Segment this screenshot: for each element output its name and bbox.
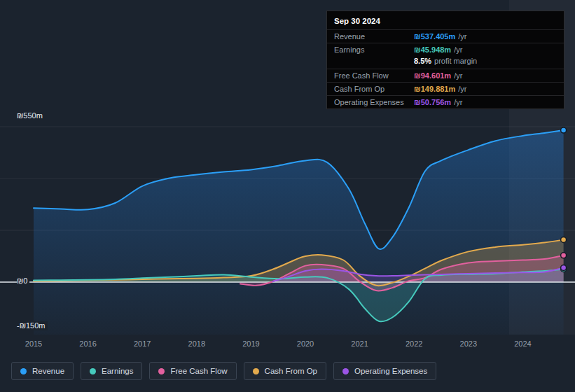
- per-year-suffix: /yr: [454, 46, 462, 54]
- legend-label-revenue: Revenue: [32, 367, 64, 375]
- earnings-revenue-history-panel: ₪550m ₪0 -₪150m 201520162017201820192020…: [0, 0, 575, 392]
- per-year-suffix: /yr: [458, 85, 466, 93]
- data-card-row-operating-expenses: Operating Expenses₪50.756m/yr: [327, 95, 564, 108]
- x-axis-label-2016: 2016: [79, 340, 96, 348]
- legend-label-cash-from-op: Cash From Op: [265, 367, 317, 375]
- x-axis-label-2018: 2018: [188, 340, 205, 348]
- x-axis-label-2017: 2017: [134, 340, 151, 348]
- x-axis-label-2020: 2020: [297, 340, 314, 348]
- legend-label-operating-expenses: Operating Expenses: [354, 367, 427, 375]
- data-card-label-earnings: Earnings: [334, 46, 414, 54]
- data-card-label-cash-from-op: Cash From Op: [334, 85, 414, 93]
- x-axis-label-2024: 2024: [514, 340, 531, 348]
- data-card-row-revenue: Revenue₪537.405m/yr: [327, 29, 564, 43]
- profit-margin-row: 8.5%profit margin: [327, 56, 564, 69]
- data-card-value-cash-from-op: ₪149.881m: [414, 85, 455, 93]
- y-axis-label-min: -₪150m: [17, 321, 48, 330]
- data-card-label-revenue: Revenue: [334, 32, 414, 41]
- profit-margin-value: 8.5%: [414, 57, 431, 65]
- free-cash-flow-endpoint-dot: [561, 253, 567, 258]
- operating-expenses-dot-icon: [342, 368, 349, 374]
- cash-from-op-dot-icon: [253, 368, 259, 374]
- legend-item-cash-from-op[interactable]: Cash From Op: [244, 362, 326, 380]
- data-card-row-cash-from-op: Cash From Op₪149.881m/yr: [327, 82, 564, 95]
- legend-label-earnings: Earnings: [102, 367, 133, 375]
- data-card-date: Sep 30 2024: [327, 11, 564, 29]
- per-year-suffix: /yr: [454, 71, 462, 80]
- data-card-rows: Revenue₪537.405m/yrEarnings₪45.948m/yr8.…: [327, 29, 564, 108]
- free-cash-flow-dot-icon: [158, 368, 165, 374]
- legend-item-earnings[interactable]: Earnings: [81, 362, 142, 380]
- x-axis-label-2021: 2021: [351, 340, 368, 348]
- x-axis-label-2022: 2022: [406, 340, 422, 348]
- data-card-value-free-cash-flow: ₪94.601m: [414, 71, 451, 80]
- data-card-label-free-cash-flow: Free Cash Flow: [334, 71, 414, 80]
- data-card: Sep 30 2024 Revenue₪537.405m/yrEarnings₪…: [326, 10, 564, 109]
- data-card-row-earnings: Earnings₪45.948m/yr: [327, 43, 564, 56]
- per-year-suffix: /yr: [454, 98, 462, 106]
- data-card-row-free-cash-flow: Free Cash Flow₪94.601m/yr: [327, 69, 564, 82]
- revenue-dot-icon: [20, 368, 27, 374]
- legend-item-operating-expenses[interactable]: Operating Expenses: [333, 362, 436, 380]
- y-axis-label-max: ₪550m: [17, 111, 45, 120]
- revenue-endpoint-dot: [561, 127, 567, 133]
- legend: RevenueEarningsFree Cash FlowCash From O…: [11, 362, 436, 380]
- profit-margin-label: profit margin: [434, 57, 477, 65]
- data-card-value-operating-expenses: ₪50.756m: [414, 98, 451, 106]
- data-card-value-earnings: ₪45.948m: [414, 46, 451, 54]
- x-axis-label-2023: 2023: [460, 340, 477, 348]
- x-axis-label-2015: 2015: [25, 340, 42, 348]
- cash-from-op-endpoint-dot: [561, 237, 567, 243]
- legend-item-free-cash-flow[interactable]: Free Cash Flow: [149, 362, 236, 380]
- legend-label-free-cash-flow: Free Cash Flow: [170, 367, 227, 375]
- legend-item-revenue[interactable]: Revenue: [11, 362, 74, 380]
- x-axis-label-2019: 2019: [242, 340, 259, 348]
- operating-expenses-endpoint-dot: [561, 265, 567, 271]
- earnings-dot-icon: [90, 368, 96, 374]
- per-year-suffix: /yr: [458, 32, 466, 41]
- data-card-value-revenue: ₪537.405m: [414, 32, 455, 41]
- y-axis-label-zero: ₪0: [17, 276, 29, 286]
- data-card-label-operating-expenses: Operating Expenses: [334, 98, 414, 106]
